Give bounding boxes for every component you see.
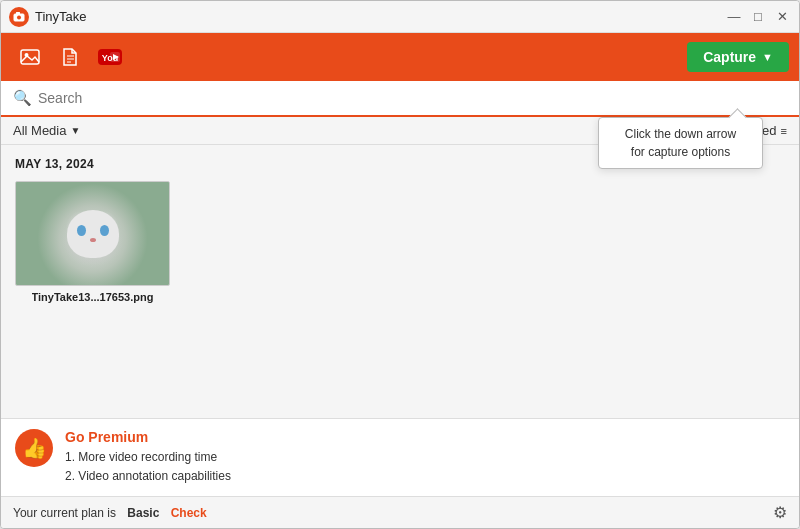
promo-bar: 👍 Go Premium 1. More video recording tim… [1, 418, 799, 496]
app-icon [9, 7, 29, 27]
capture-button[interactable]: Capture ▼ [687, 42, 789, 72]
cat-nose [90, 238, 96, 242]
cat-face [67, 210, 119, 258]
promo-list: 1. More video recording time 2. Video an… [65, 448, 785, 486]
search-input[interactable] [38, 90, 787, 106]
tooltip-line2: for capture options [631, 145, 730, 159]
capture-options-tooltip: Click the down arrow for capture options [598, 117, 763, 169]
minimize-button[interactable]: — [725, 8, 743, 26]
promo-item-1: 1. More video recording time [65, 448, 785, 467]
title-bar: TinyTake — □ ✕ [1, 1, 799, 33]
window-title: TinyTake [35, 9, 725, 24]
media-filename: TinyTake13...17653.png [32, 291, 154, 303]
capture-arrow-icon: ▼ [762, 51, 773, 63]
all-media-label: All Media [13, 123, 66, 138]
main-content: MAY 13, 2024 TinyTake13...17653.png [1, 145, 799, 418]
settings-gear-icon[interactable]: ⚙ [773, 503, 787, 522]
toolbar: You Capture ▼ [1, 33, 799, 81]
svg-point-3 [17, 15, 21, 19]
go-premium-link[interactable]: Go Premium [65, 429, 148, 445]
tooltip-line1: Click the down arrow [625, 127, 736, 141]
media-thumbnail [15, 181, 170, 286]
cat-eye-left [77, 225, 86, 236]
capture-label: Capture [703, 49, 756, 65]
status-plan-name: Basic [127, 506, 159, 520]
filter-chevron-icon: ▼ [70, 125, 80, 136]
search-icon: 🔍 [13, 89, 32, 107]
close-button[interactable]: ✕ [773, 8, 791, 26]
youtube-toolbar-icon[interactable]: You [91, 38, 129, 76]
image-toolbar-icon[interactable] [11, 38, 49, 76]
window-controls: — □ ✕ [725, 8, 791, 26]
document-toolbar-icon[interactable] [51, 38, 89, 76]
status-plan: Your current plan is Basic Check [13, 506, 207, 520]
all-media-filter[interactable]: All Media ▼ [13, 123, 80, 138]
promo-item-2: 2. Video annotation capabilities [65, 467, 785, 486]
cat-image [16, 182, 169, 285]
status-bar: Your current plan is Basic Check ⚙ [1, 496, 799, 528]
status-text-prefix: Your current plan is [13, 506, 116, 520]
app-window: TinyTake — □ ✕ [0, 0, 800, 529]
promo-content: Go Premium 1. More video recording time … [65, 429, 785, 486]
sort-icon: ≡ [781, 125, 787, 137]
check-link[interactable]: Check [171, 506, 207, 520]
svg-rect-4 [21, 50, 39, 64]
cat-eye-right [100, 225, 109, 236]
list-item[interactable]: TinyTake13...17653.png [15, 181, 170, 303]
maximize-button[interactable]: □ [749, 8, 767, 26]
promo-thumbsup-icon: 👍 [15, 429, 53, 467]
search-bar: 🔍 Click the down arrow for capture optio… [1, 81, 799, 117]
media-grid: TinyTake13...17653.png [15, 181, 785, 303]
